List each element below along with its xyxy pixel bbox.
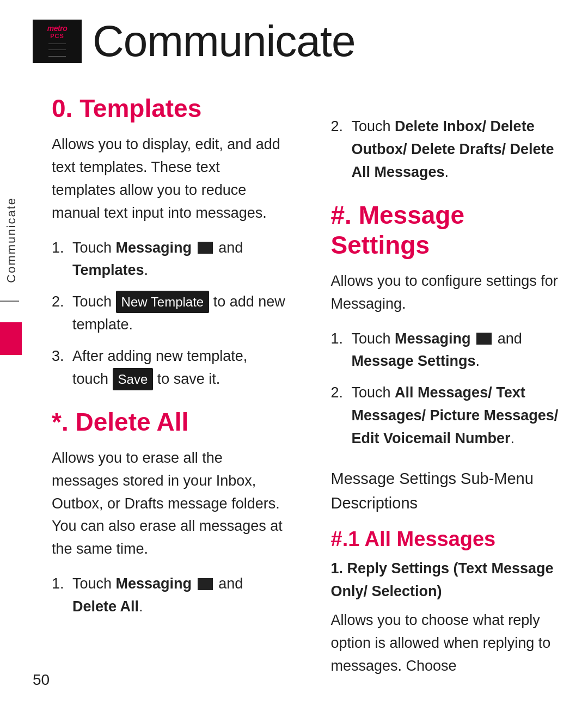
step-content: Touch Messaging and Templates. <box>72 237 287 283</box>
msg-icon <box>198 242 213 254</box>
bold-delete-all: Delete All <box>72 598 139 615</box>
bold-messaging: Messaging <box>116 575 192 592</box>
bold-all-messages-options: All Messages/ Text Messages/ Picture Mes… <box>352 384 559 446</box>
logo-tagline: ———————————— <box>48 40 66 59</box>
bold-templates: Templates <box>72 262 144 278</box>
reply-settings-heading: 1. Reply Settings (Text Message Only/ Se… <box>331 557 567 603</box>
delete-all-section: *. Delete All Allows you to erase all th… <box>52 407 287 618</box>
bold-delete-options: Delete Inbox/ Delete Outbox/ Delete Draf… <box>352 118 554 180</box>
submenu-title: Message Settings Sub-Menu Descriptions <box>331 467 567 516</box>
step-num: 2. <box>52 291 68 336</box>
bold-messaging: Messaging <box>116 240 192 256</box>
msg-settings-step-1: 1. Touch Messaging and Message Settings. <box>331 328 567 373</box>
step-num: 3. <box>52 345 68 391</box>
delete-all-step-1: 1. Touch Messaging and Delete All. <box>52 573 287 618</box>
left-column: 0. Templates Allows you to display, edit… <box>52 88 298 705</box>
side-tab-line <box>0 301 19 302</box>
submenu-description: Message Settings Sub-Menu Descriptions <box>331 467 567 516</box>
step-num: 1. <box>52 573 68 618</box>
step-num: 2. <box>331 382 347 450</box>
logo-pcs: PCS <box>50 33 64 39</box>
msg-icon <box>198 578 213 590</box>
new-template-badge: New Template <box>116 291 210 313</box>
save-badge: Save <box>113 368 154 390</box>
page-number: 50 <box>33 671 50 689</box>
step-content: Touch Messaging and Message Settings. <box>352 328 567 373</box>
step-num: 1. <box>331 328 347 373</box>
main-content: Communicate 0. Templates Allows you to d… <box>0 77 588 705</box>
templates-step-1: 1. Touch Messaging and Templates. <box>52 237 287 283</box>
step-content: Touch New Template to add new template. <box>72 291 287 336</box>
message-settings-description: Allows you to configure settings for Mes… <box>331 270 567 316</box>
bold-message-settings: Message Settings <box>352 353 476 369</box>
msg-settings-step-2: 2. Touch All Messages/ Text Messages/ Pi… <box>331 382 567 450</box>
page-title: Communicate <box>93 16 356 66</box>
side-tab-label: Communicate <box>4 197 19 283</box>
side-tab: Communicate <box>0 88 30 705</box>
bold-messaging: Messaging <box>395 330 471 347</box>
all-messages-section: #.1 All Messages 1. Reply Settings (Text… <box>331 528 567 678</box>
delete-all-description: Allows you to erase all the messages sto… <box>52 447 287 561</box>
templates-step-2: 2. Touch New Template to add new templat… <box>52 291 287 336</box>
templates-step-3: 3. After adding new template, touch Save… <box>52 345 287 391</box>
step-content: Touch Delete Inbox/ Delete Outbox/ Delet… <box>352 115 567 184</box>
step-content: After adding new template, touch Save to… <box>72 345 287 391</box>
all-messages-title: #.1 All Messages <box>331 528 567 551</box>
logo-metro: metro <box>47 24 67 33</box>
reply-settings-description: Allows you to choose what reply option i… <box>331 609 567 678</box>
right-column: 2. Touch Delete Inbox/ Delete Outbox/ De… <box>326 88 567 705</box>
step-num: 1. <box>52 237 68 283</box>
templates-description: Allows you to display, edit, and add tex… <box>52 133 287 224</box>
message-settings-title: #. Message Settings <box>331 200 567 260</box>
page-header: metro PCS ———————————— Communicate <box>0 0 588 77</box>
step-content: Touch Messaging and Delete All. <box>72 573 287 618</box>
delete-all-title: *. Delete All <box>52 407 287 437</box>
templates-title: 0. Templates <box>52 94 287 124</box>
msg-icon <box>476 333 492 345</box>
side-tab-bar <box>0 322 22 355</box>
logo: metro PCS ———————————— <box>33 20 82 63</box>
content-columns: 0. Templates Allows you to display, edit… <box>30 88 588 705</box>
templates-section: 0. Templates Allows you to display, edit… <box>52 94 287 391</box>
step-num: 2. <box>331 115 347 184</box>
delete-all-step-2: 2. Touch Delete Inbox/ Delete Outbox/ De… <box>331 115 567 184</box>
step-content: Touch All Messages/ Text Messages/ Pictu… <box>352 382 567 450</box>
message-settings-section: #. Message Settings Allows you to config… <box>331 200 567 450</box>
